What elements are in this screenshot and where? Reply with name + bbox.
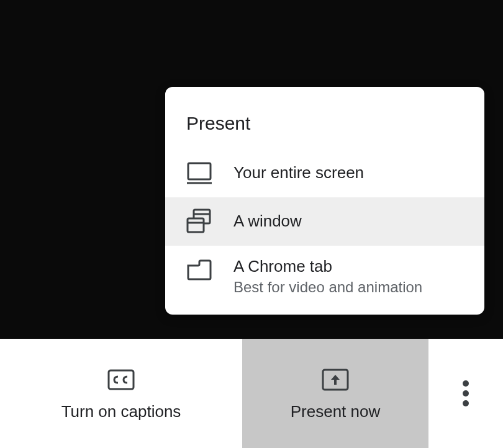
svg-rect-6 (109, 370, 134, 389)
svg-point-10 (463, 400, 469, 406)
menu-item-label: Your entire screen (233, 163, 364, 182)
more-options-button[interactable] (428, 339, 503, 448)
captions-button[interactable]: Turn on captions (0, 339, 242, 448)
toolbar-button-label: Turn on captions (61, 402, 181, 421)
menu-item-chrome-tab[interactable]: A Chrome tab Best for video and animatio… (165, 246, 484, 307)
menu-item-label: A window (233, 212, 302, 231)
present-menu: Present Your entire screen (165, 87, 484, 315)
video-area: Present Your entire screen (0, 0, 503, 339)
svg-point-8 (463, 380, 469, 387)
menu-item-label: A Chrome tab (233, 257, 422, 276)
svg-rect-4 (188, 218, 204, 232)
window-icon (186, 208, 212, 235)
present-menu-title: Present (165, 87, 484, 149)
more-vertical-icon (463, 380, 469, 406)
present-to-all-icon (322, 366, 349, 393)
svg-point-9 (463, 390, 469, 396)
bottom-toolbar: Turn on captions Present now (0, 339, 503, 448)
menu-item-window[interactable]: A window (165, 197, 484, 246)
toolbar-button-label: Present now (291, 402, 381, 421)
present-now-button[interactable]: Present now (242, 339, 428, 448)
closed-captions-icon (107, 366, 135, 393)
menu-item-sublabel: Best for video and animation (233, 279, 422, 296)
svg-rect-0 (188, 163, 211, 179)
tab-icon (186, 257, 212, 283)
screen-icon (186, 160, 212, 186)
menu-item-entire-screen[interactable]: Your entire screen (165, 149, 484, 197)
